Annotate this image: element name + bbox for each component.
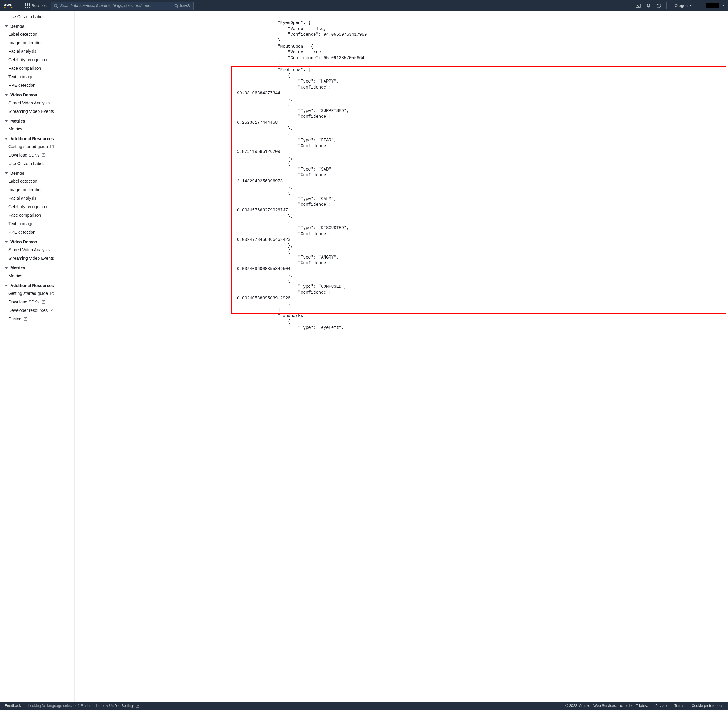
- sidebar-item[interactable]: Developer resources: [5, 306, 74, 315]
- sidebar-item[interactable]: Text in image: [5, 219, 74, 228]
- sidebar-item-label: Metrics: [9, 126, 22, 131]
- sidebar-item[interactable]: Image moderation: [5, 185, 74, 194]
- sidebar-section-header[interactable]: Metrics: [5, 263, 74, 271]
- sidebar-item-label: Image moderation: [9, 40, 43, 45]
- caret-down-icon: [722, 5, 724, 6]
- sidebar-item[interactable]: PPE detection: [5, 81, 74, 89]
- copyright: © 2022, Amazon Web Services, Inc. or its…: [565, 704, 648, 708]
- sidebar-section-header[interactable]: Video Demos: [5, 236, 74, 245]
- search-bar[interactable]: [Option+S]: [51, 1, 193, 10]
- privacy-link[interactable]: Privacy: [655, 704, 667, 708]
- sidebar-item[interactable]: Metrics: [5, 271, 74, 280]
- sidebar-item[interactable]: PPE detection: [5, 228, 74, 236]
- search-icon: [54, 4, 58, 8]
- sidebar-item[interactable]: Celebrity recognition: [5, 56, 74, 64]
- sidebar-section-header[interactable]: Additional Resources: [5, 133, 74, 142]
- sidebar-item-label: Getting started guide: [9, 291, 48, 296]
- sidebar-section-header[interactable]: Additional Resources: [5, 280, 74, 289]
- sidebar-item-label: Text in image: [9, 74, 34, 79]
- json-leading: }, "EyesOpen": { "Value": false, "Confid…: [237, 15, 367, 66]
- sidebar-item-label: Facial analysis: [9, 49, 37, 54]
- sidebar-item[interactable]: Label detection: [5, 177, 74, 185]
- sidebar-section-header[interactable]: Demos: [5, 21, 74, 30]
- services-button[interactable]: Services: [25, 3, 47, 8]
- sidebar-section-label: Video Demos: [10, 92, 37, 97]
- sidebar-item[interactable]: Text in image: [5, 72, 74, 81]
- topnav-icons: Oregon: [636, 3, 724, 9]
- footer: Feedback Looking for language selection?…: [0, 701, 728, 710]
- json-response-panel[interactable]: }, "EyesOpen": { "Value": false, "Confid…: [231, 11, 728, 701]
- sidebar-item[interactable]: Facial analysis: [5, 194, 74, 202]
- nav-divider: [700, 3, 700, 9]
- cookie-preferences-link[interactable]: Cookie preferences: [691, 704, 723, 708]
- region-label: Oregon: [675, 3, 688, 8]
- sidebar-section-label: Metrics: [10, 119, 25, 123]
- sidebar-item[interactable]: Facial analysis: [5, 47, 74, 56]
- chevron-down-icon: [5, 285, 8, 286]
- cloudshell-icon[interactable]: [636, 3, 641, 9]
- search-input[interactable]: [60, 3, 173, 8]
- aws-smile-icon: [4, 7, 13, 9]
- sidebar-item[interactable]: Getting started guide: [5, 289, 74, 298]
- sidebar-item-label: Download SDKs: [9, 153, 40, 157]
- sidebar-item[interactable]: Label detection: [5, 30, 74, 38]
- terms-link[interactable]: Terms: [674, 704, 684, 708]
- sidebar-item-label: PPE detection: [9, 83, 35, 88]
- sidebar-section-label: Additional Resources: [10, 283, 54, 288]
- aws-logo[interactable]: aws: [4, 3, 16, 9]
- sidebar-section-label: Metrics: [10, 266, 25, 270]
- sidebar-item-label: Celebrity recognition: [9, 204, 47, 209]
- help-icon[interactable]: [656, 3, 662, 9]
- json-output: }, "EyesOpen": { "Value": false, "Confid…: [231, 11, 728, 334]
- account-menu[interactable]: [705, 3, 724, 9]
- main-layout: Use Custom LabelsDemosLabel detectionIma…: [0, 11, 728, 701]
- sidebar-section-label: Video Demos: [10, 239, 37, 244]
- sidebar-item-label: Use Custom Labels: [9, 14, 45, 19]
- external-link-icon: [50, 144, 54, 149]
- sidebar-item-label: Getting started guide: [9, 144, 48, 149]
- json-trailing: "Landmarks": [ { "Type": "eyeLeft",: [237, 314, 344, 330]
- external-link-icon: [41, 300, 45, 304]
- notifications-icon[interactable]: [646, 3, 651, 9]
- sidebar-item[interactable]: Pricing: [5, 315, 74, 323]
- sidebar-item[interactable]: Celebrity recognition: [5, 202, 74, 211]
- account-avatar: [706, 3, 719, 9]
- sidebar-item[interactable]: Face comparison: [5, 211, 74, 219]
- sidebar-item-label: Label detection: [9, 32, 37, 37]
- sidebar-section-header[interactable]: Metrics: [5, 116, 74, 125]
- region-selector[interactable]: Oregon: [672, 3, 695, 8]
- sidebar-item[interactable]: Face comparison: [5, 64, 74, 72]
- sidebar-item-label: Metrics: [9, 273, 22, 278]
- aws-logo-text: aws: [4, 3, 12, 7]
- chevron-down-icon: [5, 172, 8, 174]
- sidebar-item[interactable]: Getting started guide: [5, 142, 74, 151]
- json-emotions-block: "Emotions": [ { "Type": "HAPPY", "Confid…: [237, 67, 349, 312]
- unified-settings-link[interactable]: Unified Settings: [109, 704, 139, 708]
- sidebar-item-label: Developer resources: [9, 308, 48, 313]
- grid-icon: [25, 3, 30, 8]
- sidebar-item[interactable]: Streaming Video Events: [5, 254, 74, 263]
- sidebar-item[interactable]: Stored Video Analysis: [5, 245, 74, 254]
- feedback-link[interactable]: Feedback: [5, 704, 21, 708]
- caret-down-icon: [690, 5, 692, 6]
- language-hint: Looking for language selection? Find it …: [28, 704, 139, 708]
- sidebar-item[interactable]: Download SDKs: [5, 151, 74, 159]
- search-shortcut-hint: [Option+S]: [173, 4, 191, 8]
- sidebar-item[interactable]: Streaming Video Events: [5, 107, 74, 116]
- chevron-down-icon: [5, 267, 8, 269]
- sidebar-item-label: Facial analysis: [9, 196, 37, 201]
- sidebar-item[interactable]: Use Custom Labels: [5, 159, 74, 168]
- external-link-icon: [136, 704, 139, 708]
- sidebar-item[interactable]: Metrics: [5, 125, 74, 133]
- sidebar-item[interactable]: Download SDKs: [5, 298, 74, 306]
- sidebar-item[interactable]: Image moderation: [5, 38, 74, 47]
- services-label: Services: [32, 3, 47, 8]
- sidebar-section-header[interactable]: Demos: [5, 168, 74, 177]
- chevron-down-icon: [5, 241, 8, 243]
- sidebar-section-label: Demos: [10, 24, 25, 29]
- sidebar-item[interactable]: Stored Video Analysis: [5, 98, 74, 107]
- external-link-icon: [23, 317, 28, 321]
- top-navigation: aws Services [Option+S] Oregon: [0, 0, 728, 11]
- sidebar-item[interactable]: Use Custom Labels: [5, 12, 74, 21]
- sidebar-section-header[interactable]: Video Demos: [5, 89, 74, 98]
